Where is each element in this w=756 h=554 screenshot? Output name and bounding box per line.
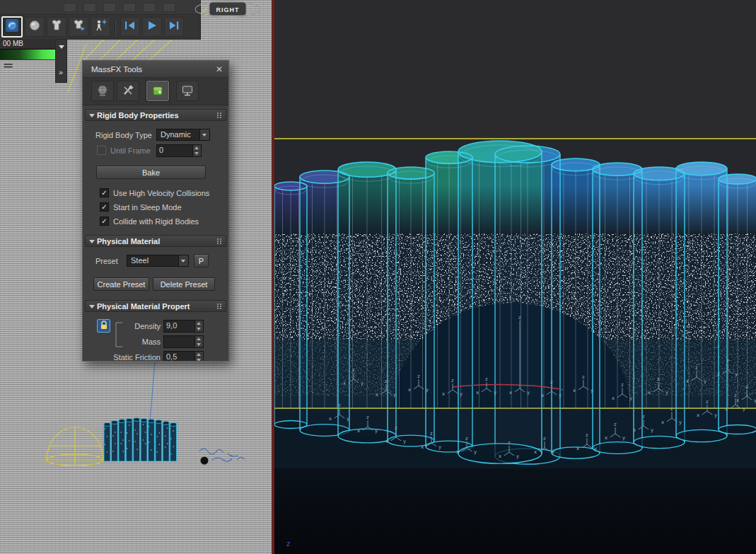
delete-preset-button[interactable]: Delete Preset bbox=[153, 277, 215, 291]
until-frame-checkbox[interactable]: Until Frame bbox=[97, 146, 151, 155]
preset-dropdown[interactable]: Steel bbox=[127, 255, 189, 267]
checkbox-check-icon[interactable]: ✓ bbox=[100, 202, 109, 212]
spinner-arrows[interactable] bbox=[192, 145, 201, 156]
checkbox-check-icon[interactable]: ✓ bbox=[100, 217, 109, 226]
mini-toolbar-icon[interactable] bbox=[123, 3, 136, 12]
toolbar-main-row bbox=[1, 16, 184, 37]
svg-text:z: z bbox=[614, 422, 617, 427]
close-icon[interactable]: ✕ bbox=[216, 61, 223, 78]
svg-text:z: z bbox=[485, 376, 488, 382]
mini-toolbar-icon[interactable] bbox=[143, 3, 156, 12]
viewport-label[interactable]: RIGHT bbox=[216, 6, 240, 13]
mini-toolbar-icon[interactable] bbox=[64, 3, 76, 12]
more-glyph[interactable]: » bbox=[59, 68, 63, 76]
svg-text:z: z bbox=[395, 425, 397, 431]
dialog-titlebar[interactable]: MassFX Tools ✕ bbox=[83, 61, 228, 78]
svg-text:x: x bbox=[717, 371, 720, 377]
chevron-down-icon[interactable] bbox=[59, 45, 64, 49]
svg-text:x: x bbox=[534, 449, 537, 455]
checkbox-box[interactable] bbox=[97, 146, 106, 155]
svg-text:z: z bbox=[734, 393, 737, 398]
massfx-tools-dialog: MassFX Tools ✕ bbox=[82, 60, 229, 362]
rollout-physical-material-properties[interactable]: Physical Material Propert bbox=[85, 300, 226, 312]
svg-text:y: y bbox=[743, 406, 745, 412]
svg-text:y: y bbox=[591, 388, 593, 393]
mass-label: Mass bbox=[111, 337, 161, 346]
chevron-down-icon[interactable] bbox=[199, 129, 209, 140]
svg-text:y: y bbox=[375, 428, 378, 434]
bake-button[interactable]: Bake bbox=[96, 166, 206, 179]
mini-toolbar-icon[interactable] bbox=[83, 3, 96, 12]
svg-text:y: y bbox=[460, 391, 463, 397]
until-frame-spinner[interactable]: 0 bbox=[156, 144, 202, 157]
play-icon bbox=[144, 18, 160, 35]
preset-picker-button[interactable]: P bbox=[194, 254, 209, 267]
svg-text:x: x bbox=[573, 388, 576, 393]
display-icon bbox=[181, 84, 194, 98]
svg-text:x: x bbox=[442, 391, 445, 397]
static-friction-spinner[interactable]: 0,5 bbox=[163, 351, 204, 362]
svg-text:z: z bbox=[582, 374, 585, 380]
density-label: Density bbox=[111, 322, 161, 330]
use-high-velocity-collisions-checkbox[interactable]: ✓ Use High Velocity Collisions bbox=[100, 188, 209, 197]
rollout-title: Physical Material Propert bbox=[97, 302, 190, 311]
mcloth-button[interactable] bbox=[47, 17, 66, 37]
rollout-physical-material[interactable]: Physical Material bbox=[85, 235, 226, 247]
massfx-toolbar bbox=[0, 0, 201, 40]
svg-text:z: z bbox=[621, 382, 624, 388]
rigid-body-type-dropdown[interactable]: Dynamic bbox=[156, 129, 210, 141]
chevron-down-icon[interactable] bbox=[178, 255, 188, 266]
lock-density-mass-button[interactable] bbox=[97, 319, 110, 333]
rigid-body-button[interactable] bbox=[25, 17, 45, 37]
ragdoll-button[interactable] bbox=[91, 17, 110, 37]
rollout-grip[interactable] bbox=[217, 304, 221, 310]
rollout-rigid-body-properties[interactable]: Rigid Body Properties bbox=[85, 109, 226, 121]
tools-icon bbox=[122, 84, 134, 98]
tab-world-parameters[interactable] bbox=[91, 81, 114, 101]
static-friction-label: Static Friction bbox=[104, 353, 161, 362]
create-preset-button[interactable]: Create Preset bbox=[93, 277, 149, 291]
svg-text:z: z bbox=[543, 436, 546, 442]
svg-text:y: y bbox=[403, 439, 406, 444]
sphere-icon bbox=[28, 18, 42, 35]
rigid-body-type-label: Rigid Body Type bbox=[95, 131, 152, 139]
svg-text:x: x bbox=[697, 412, 699, 418]
tab-display-options[interactable] bbox=[176, 81, 199, 101]
viewport-compass[interactable]: RIGHT bbox=[192, 0, 263, 18]
svg-text:y: y bbox=[622, 435, 625, 441]
start-simulation-button[interactable] bbox=[142, 17, 162, 37]
mass-spinner[interactable] bbox=[163, 335, 204, 348]
massfx-tools-icon bbox=[5, 18, 19, 35]
svg-text:x: x bbox=[541, 393, 544, 398]
mcloth-modify-button[interactable] bbox=[69, 17, 88, 37]
memory-label: 00 MB bbox=[0, 39, 55, 48]
massfx-tools-button[interactable] bbox=[1, 16, 23, 37]
rollout-grip[interactable] bbox=[217, 238, 221, 245]
spinner-arrows[interactable] bbox=[194, 352, 203, 362]
rollout-grip[interactable] bbox=[217, 112, 221, 119]
density-spinner[interactable]: 9,0 bbox=[163, 320, 204, 333]
svg-text:y: y bbox=[559, 393, 562, 398]
spinner-arrows[interactable] bbox=[194, 336, 203, 347]
svg-text:x: x bbox=[633, 427, 636, 433]
spinner-arrows[interactable] bbox=[194, 321, 203, 332]
mini-toolbar-icon[interactable] bbox=[163, 3, 175, 12]
checkbox-check-icon[interactable]: ✓ bbox=[100, 188, 109, 197]
svg-text:y: y bbox=[361, 381, 364, 386]
lock-icon bbox=[100, 321, 108, 331]
right-viewport[interactable]: zxyzxyzxyzxyzxyzxyzxyzxyzxyzxyzxyzxyzxyz… bbox=[274, 0, 756, 554]
collapsed-window-glyph[interactable]: == bbox=[4, 61, 12, 71]
mini-toolbar-icon[interactable] bbox=[103, 3, 116, 12]
svg-text:x: x bbox=[408, 387, 411, 393]
step-simulation-button[interactable] bbox=[164, 17, 184, 37]
tab-simulation-tools[interactable] bbox=[117, 81, 139, 101]
reset-simulation-button[interactable] bbox=[120, 17, 140, 37]
svg-text:z: z bbox=[550, 379, 553, 385]
tab-multi-object-editor[interactable] bbox=[146, 81, 169, 101]
svg-text:y: y bbox=[629, 396, 632, 401]
start-in-sleep-mode-checkbox[interactable]: ✓ Start in Sleep Mode bbox=[100, 202, 182, 212]
svg-text:x: x bbox=[456, 449, 459, 455]
collide-with-rigid-bodies-checkbox[interactable]: ✓ Collide with Rigid Bodies bbox=[100, 217, 199, 226]
svg-text:y: y bbox=[735, 371, 738, 377]
svg-text:x: x bbox=[476, 390, 479, 396]
